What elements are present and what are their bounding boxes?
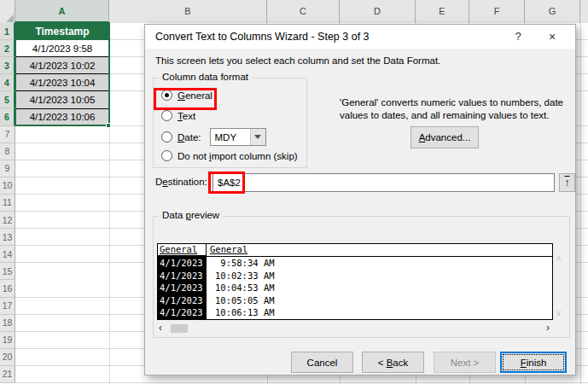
dropdown-button[interactable]	[250, 129, 265, 145]
radio-text[interactable]: Text	[161, 110, 195, 121]
cell-timestamp-value[interactable]: 4/1/2023 10:04	[15, 74, 109, 91]
radio-date[interactable]: Date: MDY	[161, 128, 266, 146]
row-header[interactable]: 4	[0, 74, 15, 91]
row-header[interactable]: 2	[0, 40, 15, 57]
radio-button-icon[interactable]	[161, 150, 172, 161]
column-a-cells: 4/1/2023 9:584/1/2023 10:024/1/2023 10:0…	[15, 40, 109, 125]
row-header[interactable]: 16	[0, 280, 15, 297]
row-header-column: 123456789101112131415161718192021	[0, 23, 15, 383]
scrollbar-thumb[interactable]	[171, 324, 188, 333]
row-header[interactable]: 19	[0, 332, 15, 349]
column-data-format-legend: Column data format	[159, 72, 252, 82]
preview-date-cell: 4/1/2023	[158, 270, 206, 282]
column-header-f[interactable]: F	[469, 0, 525, 23]
preview-horizontal-scrollbar[interactable]: ‹ ›	[157, 323, 553, 335]
radio-skip[interactable]: Do not import column (skip)	[161, 150, 298, 161]
text-to-columns-wizard-dialog: Convert Text to Columns Wizard - Step 3 …	[144, 24, 576, 375]
row-header[interactable]: 17	[0, 298, 15, 315]
preview-time-cell: 10:05:05 AM	[207, 294, 552, 307]
row-header[interactable]: 1	[0, 23, 15, 40]
row-header[interactable]: 11	[0, 195, 15, 212]
scroll-left-icon[interactable]: ‹	[159, 323, 162, 335]
row-header[interactable]: 13	[0, 229, 15, 246]
radio-general-label: General	[178, 90, 212, 101]
row-header[interactable]: 6	[0, 108, 15, 125]
destination-label: Destination:	[155, 177, 207, 187]
column-header-g[interactable]: G	[525, 0, 580, 23]
preview-time-cell: 9:58:34 AM	[207, 257, 552, 270]
preview-time-cell: 10:06:13 AM	[207, 306, 552, 319]
date-format-dropdown[interactable]: MDY	[210, 128, 266, 146]
row-header[interactable]: 21	[0, 366, 15, 383]
close-icon[interactable]: ×	[538, 25, 567, 49]
preview-date-cell: 4/1/2023	[158, 257, 206, 270]
select-all-corner[interactable]	[0, 0, 15, 23]
radio-general[interactable]: General	[161, 90, 212, 101]
preview-date-cell: 4/1/2023	[158, 306, 206, 319]
row-header[interactable]: 14	[0, 246, 15, 263]
gridline	[580, 23, 581, 384]
advanced-button[interactable]: Advanced...	[410, 126, 479, 148]
fill-handle[interactable]	[106, 123, 111, 128]
row-header[interactable]: 3	[0, 57, 15, 74]
cell-timestamp-value[interactable]: 4/1/2023 10:05	[15, 91, 109, 108]
row-header[interactable]: 12	[0, 212, 15, 229]
row-header[interactable]: 18	[0, 315, 15, 332]
scroll-up-icon[interactable]: ∧	[556, 253, 562, 263]
preview-body: 4/1/20234/1/20234/1/20234/1/20234/1/2023…	[158, 257, 552, 319]
date-format-value: MDY	[211, 132, 250, 143]
column-header-e[interactable]: E	[416, 0, 469, 23]
cell-a1-timestamp-header[interactable]: Timestamp	[15, 23, 109, 40]
scroll-right-icon[interactable]: ›	[546, 323, 550, 335]
radio-button-icon[interactable]	[161, 110, 172, 121]
finish-button[interactable]: Finish	[500, 352, 567, 373]
data-preview-legend: Data preview	[159, 210, 223, 220]
row-header[interactable]: 5	[0, 91, 15, 108]
preview-time-column[interactable]: 9:58:34 AM10:02:33 AM10:04:53 AM10:05:05…	[207, 257, 552, 319]
preview-col2-header[interactable]: General	[207, 244, 552, 256]
column-header-b[interactable]: B	[109, 0, 267, 23]
preview-col1-header[interactable]: General	[158, 244, 207, 256]
column-header-row: A B C D E F G	[0, 0, 588, 23]
column-header-c[interactable]: C	[267, 0, 340, 23]
cell-timestamp-value[interactable]: 4/1/2023 10:06	[15, 109, 109, 126]
scroll-down-icon[interactable]: ∨	[556, 308, 562, 317]
radio-button-icon[interactable]	[161, 90, 172, 101]
column-header-a[interactable]: A	[15, 0, 109, 23]
row-header[interactable]: 9	[0, 160, 15, 177]
column-data-format-group: Column data format General Text Date: MD…	[153, 78, 307, 168]
preview-date-cell: 4/1/2023	[158, 294, 206, 307]
row-header[interactable]: 7	[0, 126, 15, 143]
cell-timestamp-value[interactable]: 4/1/2023 9:58	[15, 40, 109, 57]
radio-text-label: Text	[178, 111, 195, 121]
radio-skip-label: Do not import column (skip)	[178, 151, 298, 161]
collapse-dialog-icon[interactable]: ↑	[559, 173, 575, 192]
chevron-down-icon	[254, 135, 261, 139]
data-preview-table[interactable]: General General 4/1/20234/1/20234/1/2023…	[157, 243, 553, 320]
row-header[interactable]: 10	[0, 177, 15, 195]
excel-window: A B C D E F G 12345678910111213141516171…	[0, 0, 588, 384]
dialog-instruction: This screen lets you select each column …	[155, 55, 440, 66]
preview-date-column-selected[interactable]: 4/1/20234/1/20234/1/20234/1/20234/1/2023	[158, 257, 207, 319]
cell-timestamp-value[interactable]: 4/1/2023 10:02	[15, 57, 109, 74]
preview-header-row: General General	[158, 244, 552, 257]
preview-date-cell: 4/1/2023	[158, 282, 206, 294]
radio-date-label: Date:	[178, 132, 201, 143]
preview-time-cell: 10:02:33 AM	[207, 270, 552, 282]
dialog-titlebar[interactable]: Convert Text to Columns Wizard - Step 3 …	[145, 25, 575, 49]
row-header[interactable]: 15	[0, 263, 15, 280]
general-format-note: 'General' converts numeric values to num…	[340, 96, 580, 122]
radio-button-icon[interactable]	[161, 131, 172, 143]
dialog-title: Convert Text to Columns Wizard - Step 3 …	[155, 25, 370, 49]
destination-input[interactable]: $A$2	[212, 173, 555, 192]
help-icon[interactable]: ?	[507, 25, 529, 49]
next-button: Next >	[434, 352, 496, 373]
gridline	[109, 23, 110, 384]
preview-time-cell: 10:04:53 AM	[207, 282, 552, 294]
row-header[interactable]: 8	[0, 143, 15, 160]
column-header-d[interactable]: D	[340, 0, 416, 23]
column-header-partial	[580, 0, 588, 23]
cancel-button[interactable]: Cancel	[291, 352, 353, 373]
back-button[interactable]: < Back	[362, 352, 424, 373]
row-header[interactable]: 20	[0, 349, 15, 366]
